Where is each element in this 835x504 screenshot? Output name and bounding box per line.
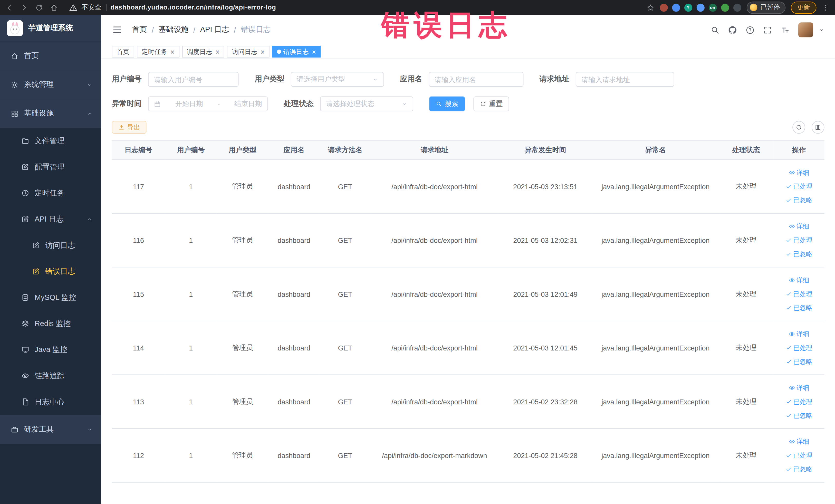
sidebar-item-api-log[interactable]: API 日志 — [0, 206, 101, 233]
profile-paused-chip[interactable]: 已暂停 — [747, 1, 786, 14]
app-name-input[interactable] — [429, 72, 523, 87]
export-button[interactable]: 导出 — [112, 121, 147, 134]
sidebar-item-label: 文件管理 — [35, 136, 93, 146]
security-label: 不安全 — [81, 3, 101, 12]
check-icon — [785, 345, 792, 351]
sidebar-item-log-center[interactable]: 日志中心 — [0, 389, 101, 415]
clock-icon — [21, 189, 29, 197]
extension-icon-green-y[interactable]: Y — [684, 3, 692, 11]
column-settings-button[interactable] — [812, 121, 824, 134]
logo[interactable]: 芋道管理系统 — [0, 15, 101, 42]
tab-定时任务[interactable]: 定时任务× — [137, 46, 179, 58]
extension-icon-on-badge[interactable]: on — [709, 3, 716, 11]
action-processed[interactable]: 已处理 — [775, 341, 822, 355]
search-button-label: 搜索 — [445, 99, 459, 108]
header: 首页/基础设施/API 日志/错误日志 — [101, 15, 835, 45]
chevron-down-icon — [87, 82, 93, 87]
extension-icon-green-leaf[interactable] — [721, 3, 729, 11]
caret-down-icon[interactable] — [819, 27, 824, 33]
action-detail[interactable]: 详细 — [775, 166, 822, 180]
sidebar-item-error-log[interactable]: 错误日志 — [0, 258, 101, 284]
sidebar-item-access-log[interactable]: 访问日志 — [0, 233, 101, 259]
breadcrumb-item[interactable]: 基础设施 — [159, 25, 188, 35]
extension-icon-red[interactable] — [660, 3, 668, 11]
action-ignored[interactable]: 已忽略 — [775, 247, 822, 261]
action-ignored[interactable]: 已忽略 — [775, 193, 822, 207]
tab-调度日志[interactable]: 调度日志× — [182, 46, 224, 58]
sidebar-item-trace[interactable]: 链路追踪 — [0, 363, 101, 389]
close-icon[interactable]: × — [216, 48, 220, 55]
filter-app-name: 应用名 — [400, 72, 523, 87]
address-bar[interactable]: 不安全 dashboard.yudao.iocoder.cn/infra/log… — [69, 3, 276, 12]
table-row: 1151管理员dashboardGET/api/infra/db-doc/exp… — [112, 267, 824, 321]
action-label: 已忽略 — [793, 462, 812, 476]
sidebar-item-java[interactable]: Java 监控 — [0, 337, 101, 363]
font-size-icon[interactable] — [781, 25, 790, 35]
filter-user-id: 用户编号 — [112, 72, 239, 87]
breadcrumb-separator: / — [193, 26, 195, 34]
action-ignored[interactable]: 已忽略 — [775, 462, 822, 476]
tab-首页[interactable]: 首页 — [112, 46, 134, 58]
avatar[interactable] — [798, 22, 813, 37]
forward-icon[interactable] — [20, 3, 28, 11]
header-actions — [711, 22, 824, 37]
user-type-placeholder: 请选择用户类型 — [297, 75, 345, 84]
action-detail[interactable]: 详细 — [775, 220, 822, 234]
collapse-sidebar-icon[interactable] — [112, 24, 122, 35]
sidebar-item-home[interactable]: 首页 — [0, 42, 101, 70]
action-processed[interactable]: 已处理 — [775, 234, 822, 247]
refresh-table-button[interactable] — [792, 121, 805, 134]
sidebar-item-redis[interactable]: Redis 监控 — [0, 311, 101, 337]
tab-错误日志[interactable]: 错误日志× — [272, 46, 321, 58]
browser-home-icon[interactable] — [50, 3, 58, 11]
back-icon[interactable] — [5, 3, 13, 11]
cell-actions: 详细已处理已忽略 — [773, 267, 824, 321]
action-detail[interactable]: 详细 — [775, 435, 822, 448]
close-icon[interactable]: × — [261, 48, 265, 55]
sidebar-item-job[interactable]: 定时任务 — [0, 180, 101, 206]
cell-user_id: 1 — [165, 267, 217, 321]
date-separator: - — [218, 100, 220, 108]
action-processed[interactable]: 已处理 — [775, 287, 822, 301]
request-url-input[interactable] — [576, 72, 674, 87]
sidebar-item-devtools[interactable]: 研发工具 — [0, 415, 101, 444]
extension-icon-paw[interactable] — [733, 3, 741, 11]
help-icon[interactable] — [746, 25, 755, 35]
action-processed[interactable]: 已处理 — [775, 180, 822, 193]
cell-exception: java.lang.IllegalArgumentException — [592, 321, 719, 375]
sidebar-item-system[interactable]: 系统管理 — [0, 70, 101, 99]
process-status-select[interactable]: 请选择处理状态 — [320, 97, 413, 112]
action-ignored[interactable]: 已忽略 — [775, 408, 822, 422]
bookmark-star-icon[interactable] — [646, 3, 654, 11]
sidebar-item-config[interactable]: 配置管理 — [0, 154, 101, 180]
action-processed[interactable]: 已处理 — [775, 395, 822, 408]
close-icon[interactable]: × — [170, 48, 175, 55]
user-type-select[interactable]: 请选择用户类型 — [291, 72, 384, 87]
sidebar-item-mysql[interactable]: MySQL 监控 — [0, 284, 101, 311]
fullscreen-icon[interactable] — [763, 25, 772, 35]
action-detail[interactable]: 详细 — [775, 327, 822, 341]
action-detail[interactable]: 详细 — [775, 381, 822, 395]
breadcrumb-item[interactable]: API 日志 — [200, 25, 229, 35]
extension-icon-blue-drop[interactable] — [672, 3, 680, 11]
reload-icon[interactable] — [35, 3, 43, 11]
close-icon[interactable]: × — [312, 48, 316, 55]
browser-menu-dots-icon[interactable] — [822, 3, 830, 11]
action-processed[interactable]: 已处理 — [775, 448, 822, 462]
table-row: 1171管理员dashboardGET/api/infra/db-doc/exp… — [112, 159, 824, 213]
reset-button[interactable]: 重置 — [473, 97, 509, 112]
extension-icon-blue-grid[interactable] — [696, 3, 704, 11]
action-detail[interactable]: 详细 — [775, 273, 822, 287]
update-button[interactable]: 更新 — [791, 1, 816, 14]
date-range-picker[interactable]: 开始日期 - 结束日期 — [148, 97, 268, 112]
sidebar-item-file[interactable]: 文件管理 — [0, 128, 101, 154]
action-ignored[interactable]: 已忽略 — [775, 355, 822, 369]
search-icon[interactable] — [711, 25, 719, 35]
action-ignored[interactable]: 已忽略 — [775, 301, 822, 315]
github-icon[interactable] — [728, 25, 737, 35]
search-button[interactable]: 搜索 — [429, 97, 465, 112]
breadcrumb-item[interactable]: 首页 — [132, 25, 147, 35]
user-id-input[interactable] — [148, 72, 239, 87]
sidebar-item-infra[interactable]: 基础设施 — [0, 99, 101, 128]
tab-访问日志[interactable]: 访问日志× — [227, 46, 269, 58]
